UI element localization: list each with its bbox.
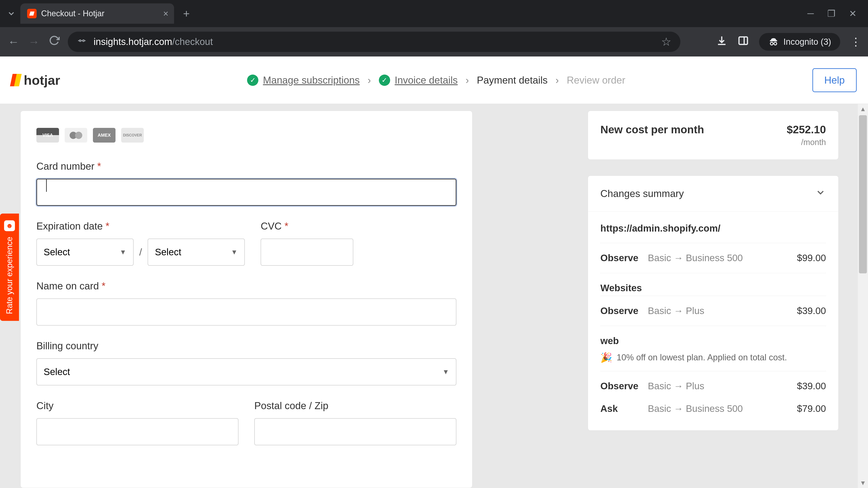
changes-summary-card: Changes summary https://admin.shopify.co… — [588, 175, 839, 431]
scrollbar[interactable]: ▲ ▼ — [858, 104, 868, 488]
cost-card: New cost per month $252.10 /month — [588, 111, 839, 160]
expiration-year-select[interactable]: Select ▼ — [148, 238, 245, 266]
check-icon: ✓ — [247, 74, 258, 86]
incognito-badge[interactable]: Incognito (3) — [759, 33, 840, 51]
tab-strip: Checkout - Hotjar × + ─ ❐ ✕ — [0, 0, 868, 27]
scroll-down-arrow[interactable]: ▼ — [858, 478, 868, 488]
expiration-label: Expiration date * — [36, 221, 245, 232]
menu-icon[interactable]: ⋮ — [850, 35, 861, 48]
change-row: Ask Basic → Business 500 $79.00 — [600, 401, 826, 424]
check-icon: ✓ — [379, 74, 390, 86]
cost-label: New cost per month — [600, 123, 704, 136]
page-content: hotjar ✓ Manage subscriptions › ✓ Invoic… — [0, 57, 868, 488]
minimize-button[interactable]: ─ — [807, 8, 814, 19]
change-row: Observe Basic → Business 500 $99.00 — [600, 243, 826, 273]
date-separator: / — [139, 247, 142, 258]
checkout-breadcrumb: ✓ Manage subscriptions › ✓ Invoice detai… — [247, 74, 625, 86]
crumb-invoice-details[interactable]: ✓ Invoice details — [379, 74, 458, 86]
maximize-button[interactable]: ❐ — [827, 8, 835, 19]
amex-icon: AMEX — [93, 128, 116, 142]
close-window-button[interactable]: ✕ — [849, 8, 857, 19]
site-info-icon[interactable] — [77, 36, 87, 48]
scroll-thumb[interactable] — [859, 115, 867, 273]
name-on-card-input[interactable] — [36, 298, 456, 326]
postal-code-label: Postal code / Zip — [254, 400, 456, 412]
changes-body: https://admin.shopify.com/ Observe Basic… — [588, 212, 838, 430]
close-tab-icon[interactable]: × — [163, 8, 168, 19]
changes-summary-toggle[interactable]: Changes summary — [588, 176, 838, 212]
billing-country-select[interactable]: Select ▼ — [36, 358, 456, 385]
chevron-down-icon: ▼ — [231, 248, 238, 256]
crumb-payment-details: Payment details — [477, 74, 548, 86]
hotjar-logo[interactable]: hotjar — [11, 72, 60, 88]
svg-point-0 — [79, 40, 81, 41]
chevron-right-icon: › — [368, 74, 371, 86]
help-button[interactable]: Help — [812, 68, 857, 92]
card-number-input[interactable] — [36, 179, 456, 206]
crumb-review-order: Review order — [567, 74, 625, 86]
visa-icon: VISA — [36, 128, 59, 142]
discover-icon: DISCOVER — [121, 128, 144, 142]
back-button[interactable]: ← — [7, 35, 20, 48]
card-brand-logos: VISA AMEX DISCOVER — [36, 128, 456, 142]
window-controls: ─ ❐ ✕ — [807, 8, 864, 19]
tab-title: Checkout - Hotjar — [41, 9, 104, 18]
chevron-right-icon: › — [466, 74, 469, 86]
change-row: Observe Basic → Plus $39.00 — [600, 296, 826, 326]
scroll-up-arrow[interactable]: ▲ — [858, 104, 868, 114]
forward-button[interactable]: → — [27, 35, 41, 48]
hotjar-favicon — [27, 9, 37, 18]
browser-toolbar: ← → insights.hotjar.com/checkout ☆ Incog… — [0, 27, 868, 57]
order-summary: New cost per month $252.10 /month Change… — [588, 111, 839, 488]
reload-button[interactable] — [48, 35, 61, 48]
svg-point-1 — [83, 40, 84, 41]
cost-amount: $252.10 — [786, 123, 826, 136]
svg-point-8 — [770, 42, 773, 45]
side-panel-icon[interactable] — [738, 35, 749, 49]
payment-form: VISA AMEX DISCOVER Card number * Expirat… — [20, 111, 472, 488]
new-tab-button[interactable]: + — [183, 7, 190, 20]
downloads-icon[interactable] — [716, 35, 727, 49]
city-input[interactable] — [36, 418, 239, 445]
address-bar[interactable]: insights.hotjar.com/checkout ☆ — [68, 32, 680, 52]
site-url: https://admin.shopify.com/ — [600, 212, 826, 243]
name-on-card-label: Name on card * — [36, 281, 456, 292]
feedback-tab[interactable]: Rate your experience ☻ — [0, 214, 19, 321]
hotjar-logo-mark — [11, 74, 20, 86]
site-url: web — [600, 326, 826, 349]
site-url: Websites — [600, 273, 826, 296]
discount-note: 🎉 10% off on lowest plan. Applied on tot… — [600, 349, 826, 371]
cvc-label: CVC * — [260, 221, 456, 232]
billing-country-label: Billing country — [36, 340, 456, 352]
bookmark-icon[interactable]: ☆ — [661, 35, 671, 48]
mastercard-icon — [65, 128, 87, 142]
card-number-label: Card number * — [36, 161, 456, 172]
svg-point-9 — [774, 42, 777, 45]
tab-search-dropdown[interactable] — [4, 7, 18, 20]
chevron-down-icon: ▼ — [442, 368, 449, 376]
party-icon: 🎉 — [600, 352, 612, 363]
crumb-manage-subscriptions[interactable]: ✓ Manage subscriptions — [247, 74, 360, 86]
app-header: hotjar ✓ Manage subscriptions › ✓ Invoic… — [0, 57, 868, 104]
postal-code-input[interactable] — [254, 418, 456, 445]
chevron-down-icon — [815, 187, 826, 200]
expiration-month-select[interactable]: Select ▼ — [36, 238, 133, 266]
smiley-icon: ☻ — [4, 220, 15, 231]
svg-rect-6 — [739, 37, 747, 44]
browser-tab[interactable]: Checkout - Hotjar × — [20, 3, 174, 24]
change-row: Observe Basic → Plus $39.00 — [600, 371, 826, 401]
browser-chrome: Checkout - Hotjar × + ─ ❐ ✕ ← → insights… — [0, 0, 868, 57]
url-text: insights.hotjar.com/checkout — [94, 36, 654, 47]
cost-period: /month — [786, 138, 826, 147]
chevron-right-icon: › — [555, 74, 559, 86]
chevron-down-icon: ▼ — [120, 248, 126, 256]
city-label: City — [36, 400, 239, 412]
cvc-input[interactable] — [260, 238, 353, 266]
